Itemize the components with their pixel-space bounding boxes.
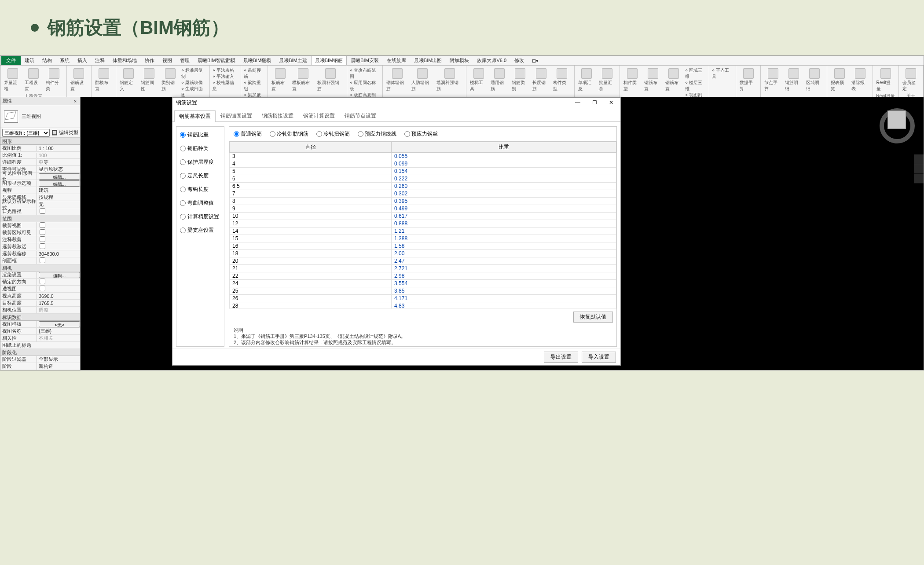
property-value[interactable]: 新构造	[37, 363, 80, 370]
table-row[interactable]: 212.721	[230, 265, 616, 272]
table-row[interactable]: 284.83	[230, 302, 616, 309]
rebar-type-option[interactable]: 预应力钢丝	[404, 130, 438, 138]
diameter-cell[interactable]: 6	[230, 175, 392, 183]
diameter-cell[interactable]: 24	[230, 280, 392, 287]
restore-default-button[interactable]: 恢复默认值	[573, 312, 613, 323]
ribbon-button[interactable]: 类别钢筋	[161, 67, 180, 97]
property-edit-button[interactable]: 编辑...	[39, 180, 80, 187]
property-checkbox[interactable]	[40, 229, 45, 235]
weight-cell[interactable]: 2.721	[392, 265, 616, 272]
ribbon-tab[interactable]: 晨曦BIM钢筋	[311, 55, 347, 65]
table-row[interactable]: 222.98	[230, 272, 616, 280]
property-value[interactable]: <无>	[37, 321, 80, 327]
dialog-tab[interactable]: 钢筋基本设置	[174, 110, 216, 122]
property-value[interactable]	[37, 229, 80, 236]
weight-cell[interactable]: 0.302	[392, 190, 616, 198]
table-row[interactable]: 202.47	[230, 257, 616, 265]
ribbon-button[interactable]: 节点手算	[763, 67, 782, 93]
category-radio[interactable]	[180, 173, 186, 179]
property-value[interactable]	[37, 236, 80, 243]
property-group-header[interactable]: 标识数据	[0, 314, 80, 321]
weight-cell[interactable]: 1.58	[392, 242, 616, 250]
table-row[interactable]: 264.171	[230, 295, 616, 302]
weight-cell[interactable]: 2.00	[392, 250, 616, 257]
rebar-type-radio[interactable]	[270, 131, 275, 137]
ribbon-tab[interactable]: 晨曦BIM土建	[275, 55, 311, 65]
category-option[interactable]: 弯钩长度	[180, 186, 220, 193]
ribbon-tab[interactable]: 晨曦BIM出图	[410, 55, 446, 65]
category-option[interactable]: 定尺长度	[180, 172, 220, 180]
ribbon-small-command[interactable]: ⋄ 区域三维	[685, 67, 706, 80]
rebar-type-radio[interactable]	[358, 131, 363, 137]
category-option[interactable]: 钢筋比重	[180, 131, 220, 139]
property-value[interactable]: 无	[37, 201, 80, 208]
property-value[interactable]: 全部显示	[37, 356, 80, 363]
ribbon-button[interactable]: 钢筋设置	[70, 67, 88, 93]
ribbon-tab[interactable]: 结构	[38, 55, 56, 65]
ribbon-tab[interactable]: 附加模块	[446, 55, 473, 65]
table-row[interactable]: 161.58	[230, 242, 616, 250]
ribbon-button[interactable]: 算量流程	[3, 67, 22, 93]
table-row[interactable]: 50.154	[230, 168, 616, 175]
weight-cell[interactable]: 1.21	[392, 227, 616, 235]
diameter-cell[interactable]: 9	[230, 205, 392, 213]
ribbon-button[interactable]: 楼梯工具	[469, 67, 488, 93]
property-value[interactable]: 编辑...	[37, 272, 80, 278]
category-radio[interactable]	[180, 214, 186, 220]
weight-cell[interactable]: 0.617	[392, 213, 616, 220]
ribbon-small-command[interactable]: ⋄ 吊筋腰筋	[244, 67, 265, 80]
category-radio[interactable]	[180, 132, 186, 138]
property-checkbox[interactable]	[40, 208, 45, 214]
property-value[interactable]	[37, 208, 80, 215]
ribbon-small-command[interactable]: ⋄ 板筋高复制	[350, 92, 380, 97]
minimize-button[interactable]: —	[570, 99, 585, 107]
ribbon-tab[interactable]: 插入	[73, 55, 91, 65]
viewport-tool-icon[interactable]	[914, 174, 924, 183]
category-radio[interactable]	[180, 159, 186, 165]
rebar-type-option[interactable]: 普通钢筋	[234, 130, 262, 138]
property-value[interactable]: 编辑...	[37, 180, 80, 187]
diameter-cell[interactable]: 5	[230, 168, 392, 175]
table-row[interactable]: 253.85	[230, 287, 616, 295]
table-row[interactable]: 90.499	[230, 205, 616, 213]
category-option[interactable]: 计算精度设置	[180, 213, 220, 220]
weight-cell[interactable]: 0.395	[392, 198, 616, 205]
property-group-header[interactable]: 相机	[0, 264, 80, 271]
ribbon-button[interactable]: 钢筋明细	[784, 67, 803, 93]
category-radio[interactable]	[180, 146, 186, 151]
property-value[interactable]: 中等	[37, 159, 80, 165]
table-row[interactable]: 60.222	[230, 175, 616, 183]
edit-type-button[interactable]: 🔲 编辑类型	[51, 129, 78, 136]
weight-cell[interactable]: 0.099	[392, 160, 616, 168]
ribbon-button[interactable]: 报表预览	[830, 67, 849, 93]
table-row[interactable]: 70.302	[230, 190, 616, 198]
ribbon-small-command[interactable]: ⋄ 视图剖切	[685, 92, 706, 97]
ribbon-small-command[interactable]: ⋄ 平法表格	[213, 67, 238, 73]
dialog-titlebar[interactable]: 钢筋设置 — ☐ ✕	[172, 98, 620, 108]
property-edit-button[interactable]: <无>	[39, 321, 80, 327]
rebar-type-option[interactable]: 冷轧带肋钢筋	[270, 130, 308, 138]
ribbon-button[interactable]: 人防墙钢筋	[411, 67, 434, 93]
dialog-tab[interactable]: 钢筋计算设置	[298, 110, 340, 121]
property-value[interactable]: 编辑...	[37, 173, 80, 180]
table-row[interactable]: 182.00	[230, 250, 616, 257]
ribbon-small-command[interactable]: ⋄ 标准层复制	[181, 67, 207, 80]
property-value[interactable]	[37, 257, 80, 264]
weight-cell[interactable]: 0.222	[392, 175, 616, 183]
category-option[interactable]: 弯曲调整值	[180, 199, 220, 207]
ribbon-button[interactable]: 会员鉴定	[902, 67, 920, 93]
ribbon-button[interactable]: 钢筋类别	[511, 67, 530, 93]
property-edit-button[interactable]: 编辑...	[39, 173, 80, 180]
rebar-type-option[interactable]: 冷轧扭钢筋	[316, 130, 350, 138]
ribbon-button[interactable]: 长度钢筋	[532, 67, 550, 93]
diameter-cell[interactable]: 12	[230, 220, 392, 227]
import-settings-button[interactable]: 导入设置	[582, 352, 616, 363]
table-row[interactable]: 100.617	[230, 213, 616, 220]
property-value[interactable]: 1765.5	[37, 301, 80, 306]
ribbon-tab[interactable]: 建筑	[21, 55, 38, 65]
weight-cell[interactable]: 2.98	[392, 272, 616, 280]
ribbon-tab[interactable]: 协作	[141, 55, 158, 65]
weight-cell[interactable]: 4.171	[392, 295, 616, 302]
property-value[interactable]: 3690.0	[37, 294, 80, 299]
ribbon-button[interactable]: 板洞补强钢筋	[316, 67, 344, 93]
